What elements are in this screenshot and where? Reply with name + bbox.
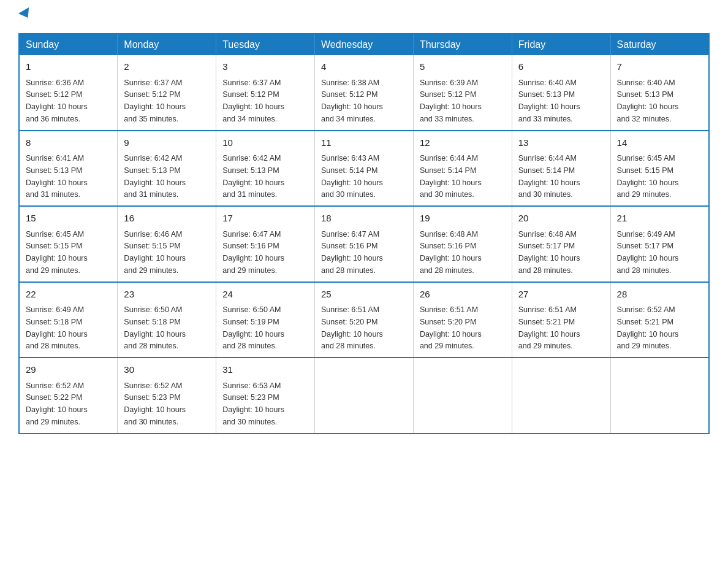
calendar-cell: 19Sunrise: 6:48 AMSunset: 5:16 PMDayligh… bbox=[413, 206, 512, 282]
day-number: 15 bbox=[26, 212, 111, 226]
calendar-cell: 20Sunrise: 6:48 AMSunset: 5:17 PMDayligh… bbox=[512, 206, 610, 282]
calendar-cell bbox=[512, 358, 610, 434]
day-info: Sunrise: 6:37 AMSunset: 5:12 PMDaylight:… bbox=[222, 79, 284, 123]
day-info: Sunrise: 6:44 AMSunset: 5:14 PMDaylight:… bbox=[420, 154, 482, 199]
day-number: 18 bbox=[321, 212, 407, 226]
header-thursday: Thursday bbox=[413, 34, 512, 55]
day-info: Sunrise: 6:44 AMSunset: 5:14 PMDaylight:… bbox=[518, 154, 580, 199]
day-info: Sunrise: 6:36 AMSunset: 5:12 PMDaylight:… bbox=[26, 79, 88, 123]
day-number: 26 bbox=[420, 288, 506, 302]
calendar-week-row: 22Sunrise: 6:49 AMSunset: 5:18 PMDayligh… bbox=[19, 282, 709, 358]
day-info: Sunrise: 6:52 AMSunset: 5:23 PMDaylight:… bbox=[124, 381, 186, 426]
calendar-cell: 3Sunrise: 6:37 AMSunset: 5:12 PMDaylight… bbox=[216, 55, 315, 131]
day-number: 31 bbox=[222, 363, 308, 377]
day-info: Sunrise: 6:50 AMSunset: 5:18 PMDaylight:… bbox=[124, 305, 186, 350]
calendar-cell: 11Sunrise: 6:43 AMSunset: 5:14 PMDayligh… bbox=[315, 131, 414, 207]
calendar-cell: 17Sunrise: 6:47 AMSunset: 5:16 PMDayligh… bbox=[216, 206, 315, 282]
day-info: Sunrise: 6:45 AMSunset: 5:15 PMDaylight:… bbox=[26, 230, 88, 275]
day-info: Sunrise: 6:51 AMSunset: 5:20 PMDaylight:… bbox=[420, 305, 482, 350]
header-monday: Monday bbox=[118, 34, 216, 55]
day-number: 17 bbox=[222, 212, 308, 226]
logo-triangle-icon bbox=[18, 7, 33, 21]
day-info: Sunrise: 6:51 AMSunset: 5:21 PMDaylight:… bbox=[518, 305, 580, 350]
calendar-cell: 27Sunrise: 6:51 AMSunset: 5:21 PMDayligh… bbox=[512, 282, 610, 358]
day-info: Sunrise: 6:39 AMSunset: 5:12 PMDaylight:… bbox=[420, 79, 482, 123]
day-number: 2 bbox=[124, 60, 210, 74]
day-info: Sunrise: 6:47 AMSunset: 5:16 PMDaylight:… bbox=[321, 230, 383, 275]
calendar-cell: 31Sunrise: 6:53 AMSunset: 5:23 PMDayligh… bbox=[216, 358, 315, 434]
day-number: 24 bbox=[222, 288, 308, 302]
calendar-cell: 28Sunrise: 6:52 AMSunset: 5:21 PMDayligh… bbox=[610, 282, 709, 358]
day-number: 7 bbox=[617, 60, 702, 74]
calendar-cell: 23Sunrise: 6:50 AMSunset: 5:18 PMDayligh… bbox=[118, 282, 216, 358]
day-info: Sunrise: 6:50 AMSunset: 5:19 PMDaylight:… bbox=[222, 305, 284, 350]
day-info: Sunrise: 6:49 AMSunset: 5:18 PMDaylight:… bbox=[26, 305, 88, 350]
day-info: Sunrise: 6:51 AMSunset: 5:20 PMDaylight:… bbox=[321, 305, 383, 350]
header-sunday: Sunday bbox=[19, 34, 118, 55]
calendar-cell: 26Sunrise: 6:51 AMSunset: 5:20 PMDayligh… bbox=[413, 282, 512, 358]
calendar-cell: 2Sunrise: 6:37 AMSunset: 5:12 PMDaylight… bbox=[118, 55, 216, 131]
day-info: Sunrise: 6:52 AMSunset: 5:22 PMDaylight:… bbox=[26, 381, 88, 426]
calendar-cell: 12Sunrise: 6:44 AMSunset: 5:14 PMDayligh… bbox=[413, 131, 512, 207]
calendar-cell: 14Sunrise: 6:45 AMSunset: 5:15 PMDayligh… bbox=[610, 131, 709, 207]
calendar-cell: 15Sunrise: 6:45 AMSunset: 5:15 PMDayligh… bbox=[19, 206, 118, 282]
day-number: 27 bbox=[518, 288, 604, 302]
calendar-cell: 22Sunrise: 6:49 AMSunset: 5:18 PMDayligh… bbox=[19, 282, 118, 358]
day-number: 1 bbox=[26, 60, 111, 74]
day-number: 14 bbox=[617, 136, 702, 150]
calendar-week-row: 1Sunrise: 6:36 AMSunset: 5:12 PMDaylight… bbox=[19, 55, 709, 131]
calendar-cell: 7Sunrise: 6:40 AMSunset: 5:13 PMDaylight… bbox=[610, 55, 709, 131]
calendar-week-row: 8Sunrise: 6:41 AMSunset: 5:13 PMDaylight… bbox=[19, 131, 709, 207]
calendar-cell: 25Sunrise: 6:51 AMSunset: 5:20 PMDayligh… bbox=[315, 282, 414, 358]
day-number: 5 bbox=[420, 60, 506, 74]
calendar-cell: 29Sunrise: 6:52 AMSunset: 5:22 PMDayligh… bbox=[19, 358, 118, 434]
day-info: Sunrise: 6:49 AMSunset: 5:17 PMDaylight:… bbox=[617, 230, 679, 275]
day-number: 30 bbox=[124, 363, 210, 377]
day-number: 3 bbox=[222, 60, 308, 74]
calendar-cell bbox=[315, 358, 414, 434]
day-info: Sunrise: 6:42 AMSunset: 5:13 PMDaylight:… bbox=[124, 154, 186, 199]
day-number: 22 bbox=[26, 288, 111, 302]
day-info: Sunrise: 6:40 AMSunset: 5:13 PMDaylight:… bbox=[617, 79, 679, 123]
day-number: 10 bbox=[222, 136, 308, 150]
calendar-cell: 5Sunrise: 6:39 AMSunset: 5:12 PMDaylight… bbox=[413, 55, 512, 131]
day-number: 8 bbox=[26, 136, 111, 150]
calendar-cell: 4Sunrise: 6:38 AMSunset: 5:12 PMDaylight… bbox=[315, 55, 414, 131]
calendar-cell: 30Sunrise: 6:52 AMSunset: 5:23 PMDayligh… bbox=[118, 358, 216, 434]
day-info: Sunrise: 6:46 AMSunset: 5:15 PMDaylight:… bbox=[124, 230, 186, 275]
day-info: Sunrise: 6:37 AMSunset: 5:12 PMDaylight:… bbox=[124, 79, 186, 123]
header-saturday: Saturday bbox=[610, 34, 709, 55]
calendar-cell bbox=[610, 358, 709, 434]
day-info: Sunrise: 6:48 AMSunset: 5:16 PMDaylight:… bbox=[420, 230, 482, 275]
calendar-table: SundayMondayTuesdayWednesdayThursdayFrid… bbox=[18, 33, 710, 434]
calendar-cell: 6Sunrise: 6:40 AMSunset: 5:13 PMDaylight… bbox=[512, 55, 610, 131]
day-number: 4 bbox=[321, 60, 407, 74]
calendar-cell bbox=[413, 358, 512, 434]
day-info: Sunrise: 6:41 AMSunset: 5:13 PMDaylight:… bbox=[26, 154, 88, 199]
calendar-cell: 18Sunrise: 6:47 AMSunset: 5:16 PMDayligh… bbox=[315, 206, 414, 282]
header-wednesday: Wednesday bbox=[315, 34, 414, 55]
day-number: 29 bbox=[26, 363, 111, 377]
day-info: Sunrise: 6:53 AMSunset: 5:23 PMDaylight:… bbox=[222, 381, 284, 426]
day-info: Sunrise: 6:43 AMSunset: 5:14 PMDaylight:… bbox=[321, 154, 383, 199]
calendar-cell: 9Sunrise: 6:42 AMSunset: 5:13 PMDaylight… bbox=[118, 131, 216, 207]
day-number: 21 bbox=[617, 212, 702, 226]
calendar-cell: 16Sunrise: 6:46 AMSunset: 5:15 PMDayligh… bbox=[118, 206, 216, 282]
day-info: Sunrise: 6:45 AMSunset: 5:15 PMDaylight:… bbox=[617, 154, 679, 199]
day-number: 19 bbox=[420, 212, 506, 226]
header-tuesday: Tuesday bbox=[216, 34, 315, 55]
day-number: 16 bbox=[124, 212, 210, 226]
calendar-cell: 1Sunrise: 6:36 AMSunset: 5:12 PMDaylight… bbox=[19, 55, 118, 131]
day-number: 25 bbox=[321, 288, 407, 302]
day-info: Sunrise: 6:42 AMSunset: 5:13 PMDaylight:… bbox=[222, 154, 284, 199]
calendar-cell: 8Sunrise: 6:41 AMSunset: 5:13 PMDaylight… bbox=[19, 131, 118, 207]
day-number: 23 bbox=[124, 288, 210, 302]
day-info: Sunrise: 6:38 AMSunset: 5:12 PMDaylight:… bbox=[321, 79, 383, 123]
calendar-cell: 13Sunrise: 6:44 AMSunset: 5:14 PMDayligh… bbox=[512, 131, 610, 207]
calendar-week-row: 29Sunrise: 6:52 AMSunset: 5:22 PMDayligh… bbox=[19, 358, 709, 434]
day-info: Sunrise: 6:47 AMSunset: 5:16 PMDaylight:… bbox=[222, 230, 284, 275]
day-info: Sunrise: 6:48 AMSunset: 5:17 PMDaylight:… bbox=[518, 230, 580, 275]
day-number: 13 bbox=[518, 136, 604, 150]
calendar-week-row: 15Sunrise: 6:45 AMSunset: 5:15 PMDayligh… bbox=[19, 206, 709, 282]
calendar-cell: 24Sunrise: 6:50 AMSunset: 5:19 PMDayligh… bbox=[216, 282, 315, 358]
